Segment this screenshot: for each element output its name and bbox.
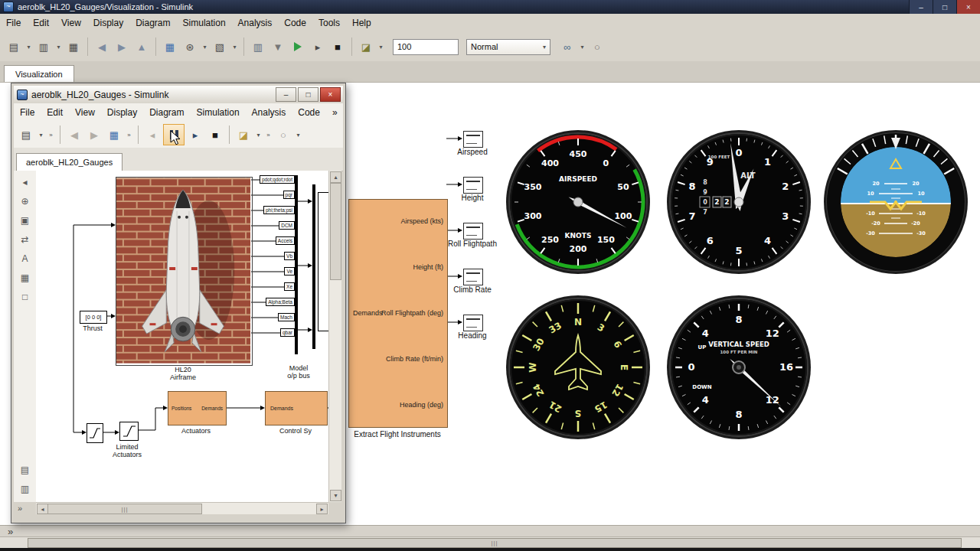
- run-button[interactable]: [289, 37, 307, 56]
- menu-item-tools[interactable]: Tools: [312, 15, 346, 31]
- menu-item-simulation[interactable]: Simulation: [177, 15, 232, 31]
- sim-duration-button[interactable]: ◪: [234, 126, 253, 144]
- configuration-caret[interactable]: ▾: [230, 37, 239, 56]
- new-model-caret[interactable]: ▾: [24, 37, 33, 56]
- scroll-up-arrow[interactable]: ▴: [330, 171, 341, 183]
- inner-menu-item-diagram[interactable]: Diagram: [143, 105, 190, 120]
- menu-item-edit[interactable]: Edit: [27, 15, 55, 31]
- update-diagram-button[interactable]: ▼: [269, 37, 287, 56]
- scope-button[interactable]: ◪: [357, 37, 375, 56]
- signal-label-9[interactable]: Mach: [278, 313, 295, 321]
- display-block-2[interactable]: [463, 223, 483, 240]
- vertical-speed-gauge[interactable]: 04812161284VERTICAL SPEED100 FT PER MINU…: [662, 291, 815, 444]
- new-model-caret[interactable]: ▾: [37, 126, 45, 144]
- status-overflow-chevron[interactable]: »: [8, 526, 13, 537]
- annotation-icon[interactable]: A: [18, 251, 33, 266]
- link-caret[interactable]: ▾: [578, 37, 586, 56]
- up-to-parent-button[interactable]: ▲: [132, 37, 151, 56]
- inner-horizontal-scrollbar[interactable]: ◂ ||| ▸: [36, 502, 328, 514]
- inner-menu-item-display[interactable]: Display: [101, 105, 143, 120]
- close-button[interactable]: ×: [956, 0, 980, 14]
- stop-button[interactable]: ■: [206, 126, 224, 144]
- menu-item-help[interactable]: Help: [346, 15, 377, 31]
- signal-label-0[interactable]: pdot;qdot;rdot: [260, 175, 295, 184]
- image-icon[interactable]: ▦: [18, 270, 33, 285]
- inner-close-button[interactable]: ×: [320, 87, 341, 102]
- airspeed-gauge[interactable]: 050100150200250300350400450AIRSPEEDKNOTS: [501, 126, 655, 279]
- data-inspector-button[interactable]: ▥: [249, 37, 267, 56]
- attitude-indicator-gauge[interactable]: 20201010-10-10-20-20-30-30: [819, 126, 972, 279]
- zoom-icon[interactable]: ⊕: [18, 194, 33, 209]
- model-settings-caret[interactable]: ▾: [201, 37, 209, 56]
- model-editor-window[interactable]: ~ aeroblk_HL20_Gauges - Simulink – □ × F…: [11, 83, 346, 523]
- back-button[interactable]: ◀: [65, 126, 83, 144]
- inner-minimize-button[interactable]: –: [276, 87, 296, 102]
- menu-item-display[interactable]: Display: [87, 15, 129, 31]
- forward-button[interactable]: ▶: [113, 37, 131, 56]
- step-forward-button[interactable]: ▸: [309, 37, 327, 56]
- scroll-left-arrow[interactable]: ◂: [37, 504, 48, 514]
- vertical-scroll-thumb[interactable]: [330, 183, 341, 280]
- menu-item-diagram[interactable]: Diagram: [129, 15, 176, 31]
- hide-palette-icon[interactable]: ◂: [18, 174, 33, 190]
- open-model-caret[interactable]: ▾: [54, 37, 63, 56]
- thrust-constant-block[interactable]: [0 0 0]: [80, 311, 107, 324]
- save-model-button[interactable]: ▦: [64, 37, 83, 56]
- horizontal-scroll-thumb[interactable]: |||: [47, 504, 202, 514]
- toolbar-overflow-3[interactable]: »: [264, 126, 273, 144]
- signal-label-2[interactable]: phi;theta;psi: [263, 206, 295, 214]
- fit-view-icon[interactable]: ▣: [18, 213, 33, 228]
- model-diagram-canvas[interactable]: HL20 Airframe [0 0 0] Thrust Limited Act…: [36, 171, 328, 502]
- menu-item-code[interactable]: Code: [278, 15, 312, 31]
- signal-routing-icon[interactable]: ⇄: [18, 232, 33, 247]
- library-browser-button[interactable]: ▦: [161, 37, 179, 56]
- display-block-0[interactable]: [463, 131, 483, 148]
- palette-overflow-chevron[interactable]: »: [18, 504, 22, 513]
- rate-limiter-block[interactable]: [87, 423, 103, 443]
- signal-label-4[interactable]: Accels: [276, 236, 295, 245]
- inner-menu-item-simulation[interactable]: Simulation: [191, 105, 246, 120]
- altimeter-gauge[interactable]: 0123456789ALT100 FEET890722: [662, 126, 815, 279]
- signal-label-7[interactable]: Xe: [284, 282, 295, 291]
- inner-titlebar[interactable]: ~ aeroblk_HL20_Gauges - Simulink – □ ×: [14, 86, 343, 104]
- display-block-4[interactable]: [463, 315, 483, 331]
- signal-label-1[interactable]: pqr: [283, 191, 295, 199]
- refresh-button[interactable]: ○: [588, 37, 606, 56]
- control-selector-block[interactable]: Demands: [265, 391, 328, 425]
- sim-duration-caret[interactable]: ▾: [254, 126, 263, 144]
- hl20-image-block[interactable]: [116, 177, 253, 366]
- new-model-button[interactable]: ▤: [17, 126, 35, 144]
- display-block-3[interactable]: [463, 269, 483, 285]
- inner-menu-item-analysis[interactable]: Analysis: [246, 105, 292, 120]
- link-button[interactable]: ∞: [558, 37, 577, 56]
- model-settings-button[interactable]: ⊛: [181, 37, 199, 56]
- menu-item-file[interactable]: File: [0, 15, 27, 31]
- open-model-button[interactable]: ▥: [34, 37, 53, 56]
- signal-label-6[interactable]: Ve: [284, 267, 295, 276]
- heading-compass-gauge[interactable]: N36E1215S2124W3033: [501, 291, 655, 444]
- simulation-mode-select[interactable]: Normal▾: [466, 39, 550, 55]
- actuators-block[interactable]: Positions Demands: [168, 391, 227, 425]
- scroll-right-arrow[interactable]: ▸: [316, 504, 328, 514]
- output-bus-block[interactable]: [318, 192, 328, 331]
- stop-button[interactable]: ■: [328, 37, 347, 56]
- scope-caret[interactable]: ▾: [377, 37, 385, 56]
- extract-flight-instruments-block[interactable]: Demands Airspeed (kts)Height (ft)Roll Fl…: [348, 199, 448, 428]
- step-forward-button[interactable]: ▸: [186, 126, 204, 144]
- screenshot-icon[interactable]: ▤: [18, 462, 33, 478]
- tab-aeroblk-hl20-gauges[interactable]: aeroblk_HL20_Gauges: [16, 153, 122, 171]
- signal-label-5[interactable]: Vb: [284, 252, 295, 260]
- area-icon[interactable]: □: [18, 289, 33, 305]
- library-browser-button[interactable]: ▦: [105, 126, 123, 144]
- signal-label-8[interactable]: Alpha;Beta: [266, 298, 295, 306]
- limited-actuators-block[interactable]: [119, 422, 139, 441]
- inner-vertical-scrollbar[interactable]: ▴ ▾: [328, 171, 341, 502]
- inner-menu-item-view[interactable]: View: [69, 105, 101, 120]
- toolbar-overflow-1[interactable]: »: [47, 126, 55, 144]
- menu-item-analysis[interactable]: Analysis: [232, 15, 279, 31]
- back-button[interactable]: ◀: [93, 37, 111, 56]
- inner-menu-item-edit[interactable]: Edit: [41, 105, 69, 120]
- viewmarks-icon[interactable]: ▥: [18, 481, 33, 497]
- signal-label-3[interactable]: DCM: [279, 221, 295, 230]
- maximize-button[interactable]: □: [933, 0, 956, 14]
